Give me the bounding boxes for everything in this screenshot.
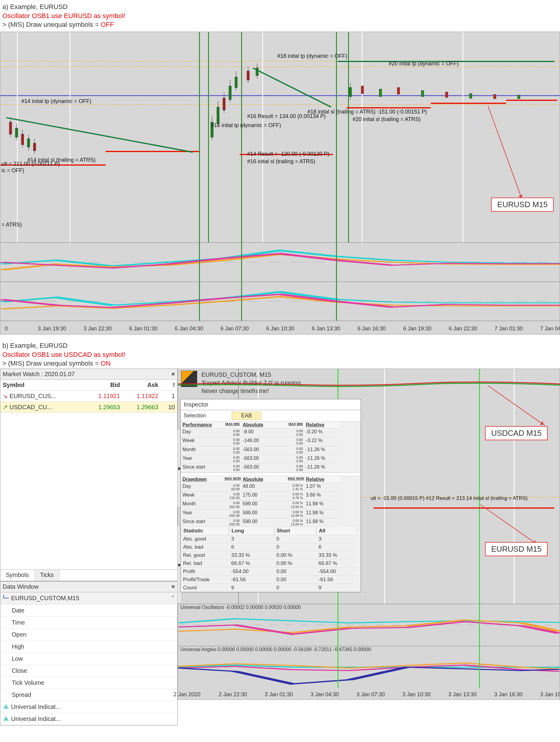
mw-col[interactable]: !: [161, 380, 177, 390]
cb-white-2: [384, 369, 385, 604]
inspector-panel[interactable]: Inspector Selection EAB PerformanceMAX M…: [180, 399, 361, 592]
lbl-18tp: #18 inital tp (dynamic = OFF): [277, 53, 347, 59]
grid-hdr: Relative: [304, 476, 340, 483]
stat-cell: 0.00: [274, 576, 316, 584]
time-tick: 2 Jan 2020: [173, 691, 200, 698]
dw-row: ѦUniversal Indicat...: [0, 713, 177, 725]
chart-a[interactable]: #14 inital tp (dynamic = OFF) #18 inital…: [0, 32, 560, 334]
time-tick: 3 Jan 16:30: [494, 691, 522, 698]
osc-pane-a1[interactable]: [0, 243, 560, 282]
grid-hdr: MAX MIN: [286, 422, 304, 428]
grid-cell: -146.00: [241, 437, 286, 446]
caption-b-line3-prefix: > (MIS) Draw unequal symbols =: [2, 360, 101, 367]
grid-cell: 0.00 0.00: [286, 446, 304, 455]
stat-cell: 0: [274, 584, 316, 592]
grid-cell: Day: [181, 428, 223, 437]
time-axis-b: 2 Jan 20202 Jan 22:303 Jan 01:303 Jan 04…: [178, 688, 560, 700]
time-tick: 2 Jan 22:30: [219, 691, 247, 698]
table-row[interactable]: ↗ USDCAD_CU...1.296531.2966310: [0, 402, 177, 413]
chart-b[interactable]: EURUSD_CUSTOM, M15 'Expert Advisor Build…: [178, 369, 560, 700]
chart-a-main[interactable]: #14 inital tp (dynamic = OFF) #18 inital…: [0, 32, 560, 243]
time-tick: 6 Jan 10:30: [266, 325, 294, 332]
grid-cell: -3.22 %: [304, 437, 340, 446]
stat-cell: 66.67 %: [316, 560, 355, 568]
drawdown-table: DrawdownMAX WORSTAbsoluteMAX WORSTRelati…: [181, 476, 361, 527]
svg-rect-29: [379, 89, 382, 97]
stat-cell: Abs. good: [181, 535, 229, 543]
section-b-caption: b) Example, EURUSD Oscillator OSB1 use U…: [0, 339, 560, 369]
grid-cell: Year: [181, 510, 223, 518]
svg-line-25: [253, 68, 331, 107]
grid-cell: 0.00 % 13.84 %: [286, 510, 304, 518]
caption-b-line3-val: ON: [101, 360, 111, 367]
time-tick: 3 Jan 04:30: [311, 691, 339, 698]
lbl-18sl: #18 inital sl (trailing = ATRS) -151.00 …: [307, 109, 427, 115]
stat-cell: -61.56: [316, 576, 355, 584]
svg-rect-28: [361, 86, 364, 94]
grid-cell: Week: [181, 437, 223, 446]
svg-rect-33: [469, 94, 472, 99]
grid-cell: 0.00 692.00: [223, 518, 241, 527]
lbl-left2: ic = OFF): [1, 167, 24, 174]
time-tick: 3 Jan 22:30: [83, 325, 112, 332]
callout-eurusd-b: EURUSD M15: [485, 542, 548, 556]
grid-cell: 0.00 0.00: [223, 464, 241, 473]
stat-cell: 0: [274, 543, 316, 551]
grid-cell: 0.00 % 13.84 %: [286, 500, 304, 509]
close-icon[interactable]: ×: [171, 371, 175, 378]
time-tick: 3 Jan 10:30: [402, 691, 431, 698]
stat-cell: Rel. good: [181, 551, 229, 560]
candles-a: [0, 32, 560, 243]
tab-symbols[interactable]: Symbols: [0, 570, 35, 581]
grid-cell: 0.00 0.00: [286, 464, 304, 473]
selection-value[interactable]: EAB: [232, 412, 261, 420]
close-icon[interactable]: ×: [171, 583, 175, 590]
mw-col[interactable]: Bid: [84, 380, 122, 390]
grid-cell: -11.26 %: [304, 464, 340, 473]
grid-cell: 0.00 0.00: [223, 437, 241, 446]
callout-eurusd-m15: EURUSD M15: [491, 198, 554, 212]
grid-cell: 175.00: [241, 492, 286, 500]
grid-cell: 11.98 %: [304, 500, 340, 509]
table-row[interactable]: ↘ EURUSD_CUS...1.119211.119221: [0, 390, 177, 402]
stat-cell: 0.00 %: [274, 560, 316, 568]
grid-hdr: Absolute: [241, 422, 286, 428]
cb-osc-1[interactable]: Universal Oscillators -0.00002 0.00000 0…: [178, 604, 560, 646]
grid-cell: -9.00: [241, 428, 286, 437]
market-watch-table[interactable]: SymbolBidAsk! ↘ EURUSD_CUS...1.119211.11…: [0, 380, 177, 413]
grid-cell: 0.00 692.00: [223, 500, 241, 509]
market-watch-panel[interactable]: Market Watch : 2020.01.07 × SymbolBidAsk…: [0, 369, 178, 581]
mw-col[interactable]: Symbol: [0, 380, 84, 390]
stat-cell: -554.00: [316, 568, 355, 576]
grid-cell: 599.00: [241, 510, 286, 518]
grid-cell: -563.00: [241, 464, 286, 473]
statistic-table: StatisticLongShortAllAbs. good303Abs. ba…: [181, 527, 361, 592]
time-tick: 6 Jan 19:30: [403, 325, 432, 332]
mw-excl: 10: [161, 402, 177, 413]
time-tick: 3 Jan 19:30: [540, 691, 560, 698]
time-tick: 0: [5, 325, 8, 332]
time-tick: 7 Jan 01:30: [494, 325, 523, 332]
svg-rect-31: [421, 91, 424, 97]
mw-excl: 1: [161, 390, 177, 402]
caption-a-line3: > (MIS) Draw unequal symbols = OFF: [2, 20, 558, 29]
time-tick: 3 Jan 01:30: [265, 691, 293, 698]
stat-cell: -61.56: [229, 576, 274, 584]
osc-b1-svg: [178, 604, 560, 646]
dw-row: Close: [0, 665, 177, 677]
tab-ticks[interactable]: Ticks: [35, 570, 60, 581]
stat-cell: Rel. bad: [181, 560, 229, 568]
caption-a-line3-val: OFF: [101, 21, 114, 28]
chevron-up-icon[interactable]: ˄: [171, 595, 174, 602]
mw-symbol[interactable]: ↗ USDCAD_CU...: [0, 402, 84, 413]
dw-row: High: [0, 641, 177, 653]
stat-hdr: Long: [229, 527, 274, 535]
mw-symbol[interactable]: ↘ EURUSD_CUS...: [0, 390, 84, 402]
data-window-panel[interactable]: Data Window × EURUSD_CUSTOM,M15 ˄ DateTi…: [0, 581, 178, 726]
grid-cell: 11.98 %: [304, 518, 340, 527]
osc-pane-a2[interactable]: [0, 282, 560, 321]
caption-b-line3: > (MIS) Draw unequal symbols = ON: [2, 359, 558, 368]
mw-col[interactable]: Ask: [122, 380, 161, 390]
cb-osc-2[interactable]: Universal Angles 0.00000 0.00000 0.00000…: [178, 646, 560, 688]
svg-rect-34: [494, 95, 496, 99]
